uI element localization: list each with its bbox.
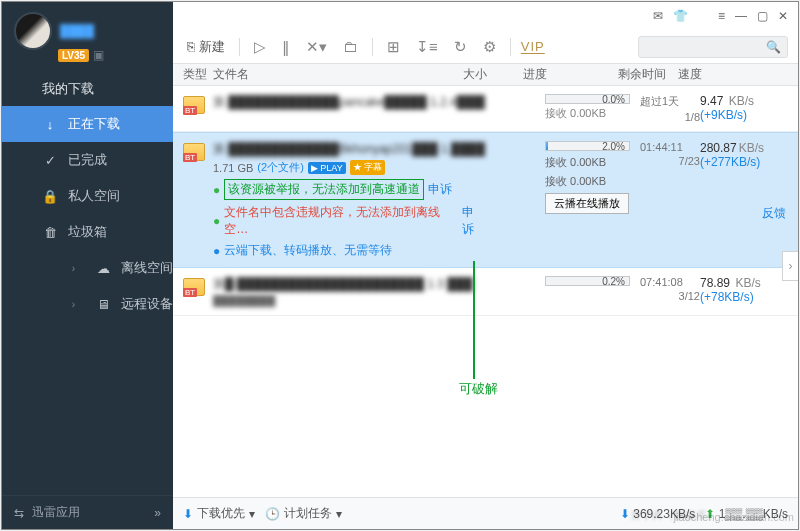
open-folder-button[interactable]: 🗀 bbox=[339, 38, 362, 55]
sidebar-item-trash[interactable]: 🗑 垃圾箱 bbox=[2, 214, 173, 250]
chevron-down-icon: ▾ bbox=[336, 507, 342, 521]
level-badge: LV35 bbox=[58, 49, 89, 62]
mail-icon[interactable]: ✉ bbox=[653, 9, 663, 23]
sidebar-item-label: 离线空间 bbox=[121, 259, 173, 277]
file-count-link[interactable]: (2个文件) bbox=[257, 160, 303, 175]
feedback-link[interactable]: 反馈 bbox=[762, 206, 786, 220]
speed-boost: (+78KB/s) bbox=[700, 290, 754, 304]
chevron-right-icon: › bbox=[72, 299, 75, 310]
sidebar-item-remote[interactable]: › 🖥 远程设备 bbox=[2, 286, 173, 322]
down-icon: ⬇ bbox=[183, 507, 193, 521]
priority-button[interactable]: ⬇ 下载优先 ▾ bbox=[183, 505, 255, 522]
close-button[interactable]: ✕ bbox=[778, 9, 788, 23]
chevron-down-icon: ▾ bbox=[249, 507, 255, 521]
pause-button[interactable]: ‖ bbox=[278, 38, 294, 56]
progress-bar: 2.0% bbox=[545, 141, 630, 151]
sort-button[interactable]: ↧≡ bbox=[412, 38, 442, 56]
column-headers: 类型 文件名 大小 进度 剩余时间 速度 bbox=[173, 64, 798, 86]
download-row[interactable]: 第█·██████████████████████ 1·3 ███ ██████… bbox=[173, 268, 798, 316]
col-name[interactable]: 文件名 bbox=[213, 66, 463, 83]
col-progress[interactable]: 进度 bbox=[523, 66, 618, 83]
time-remaining: 超过1天 bbox=[640, 94, 700, 109]
cloud-play-button[interactable]: 云播在线播放 bbox=[545, 193, 629, 214]
bt-icon bbox=[183, 96, 205, 114]
schedule-button[interactable]: 🕒 计划任务 ▾ bbox=[265, 505, 342, 522]
sidebar-item-offline[interactable]: › ☁ 离线空间 bbox=[2, 250, 173, 286]
sidebar-item-completed[interactable]: ✓ 已完成 bbox=[2, 142, 173, 178]
settings-button[interactable]: ⚙ bbox=[479, 38, 500, 56]
apps-button[interactable]: ⇆ 迅雷应用 bbox=[14, 504, 80, 521]
username: ████ bbox=[60, 24, 94, 38]
speed-value: 9.47 bbox=[700, 94, 723, 108]
recv-text: 接收 0.00KB bbox=[545, 174, 640, 189]
bt-icon bbox=[183, 278, 205, 296]
lock-icon: 🔒 bbox=[42, 189, 58, 204]
file-name: 第·█████████████pancake█████·1.2.4█████ bbox=[213, 94, 485, 111]
toolbar: ⎘ 新建 ▷ ‖ ✕▾ 🗀 ⊞ ↧≡ ↻ ⚙ VIP 🔍 bbox=[173, 30, 798, 64]
bullet-icon: ● bbox=[213, 183, 220, 197]
search-icon: 🔍 bbox=[766, 40, 781, 54]
refresh-button[interactable]: ↻ bbox=[450, 38, 471, 56]
file-count: 3/12 bbox=[640, 290, 700, 302]
time-remaining: 01:44:11 bbox=[640, 141, 700, 153]
titlebar: ✉ 👕 ≡ — ▢ ✕ bbox=[173, 2, 798, 30]
sidebar-item-private[interactable]: 🔒 私人空间 bbox=[2, 178, 173, 214]
speed-value: 280.87 bbox=[700, 141, 737, 155]
delete-button[interactable]: ✕▾ bbox=[302, 38, 331, 56]
progress-bar: 0.2% bbox=[545, 276, 630, 286]
recv-text: 接收 0.00KB bbox=[545, 155, 640, 170]
check-icon: ✓ bbox=[42, 153, 58, 168]
col-speed[interactable]: 速度 bbox=[678, 66, 798, 83]
sidebar-footer: ⇆ 迅雷应用 » bbox=[2, 495, 173, 529]
shirt-icon[interactable]: 👕 bbox=[673, 9, 688, 23]
speed-unit: KB/s bbox=[735, 276, 760, 290]
cloud-info: 云端下载、转码播放、无需等待 bbox=[224, 242, 392, 259]
sidebar-item-label: 已完成 bbox=[68, 151, 107, 169]
sidebar-item-label: 正在下载 bbox=[68, 115, 120, 133]
col-remain[interactable]: 剩余时间 bbox=[618, 66, 678, 83]
download-list: 第·█████████████pancake█████·1.2.4█████ 0… bbox=[173, 86, 798, 497]
warning-illegal: 文件名中包含违规内容，无法添加到离线空… bbox=[224, 204, 457, 238]
sidebar: ████ LV35 ▣ 我的下载 ↓ 正在下载 ✓ 已完成 🔒 私人空间 🗑 垃… bbox=[2, 2, 173, 529]
appeal-link[interactable]: 申诉 bbox=[462, 204, 485, 238]
download-row[interactable]: 第·█████████████Bkhonyap201███·1.████ 1.7… bbox=[173, 132, 798, 268]
grid-button[interactable]: ⊞ bbox=[383, 38, 404, 56]
appeal-link[interactable]: 申诉 bbox=[428, 181, 452, 198]
download-row[interactable]: 第·█████████████pancake█████·1.2.4█████ 0… bbox=[173, 86, 798, 132]
expand-panel-button[interactable]: › bbox=[782, 251, 798, 281]
sidebar-item-label: 垃圾箱 bbox=[68, 223, 107, 241]
recv-text: 接收 0.00KB bbox=[545, 106, 640, 121]
speed-value: 78.89 bbox=[700, 276, 730, 290]
bullet-icon: ● bbox=[213, 214, 220, 228]
menu-icon[interactable]: ≡ bbox=[718, 9, 725, 23]
device-icon: 🖥 bbox=[95, 297, 111, 312]
subtitle-badge[interactable]: ★ 字幕 bbox=[350, 160, 386, 175]
bt-icon bbox=[183, 143, 205, 161]
play-button[interactable]: ▷ bbox=[250, 38, 270, 56]
watermark: jiaocheng.chazidian.com bbox=[674, 511, 794, 523]
col-size[interactable]: 大小 bbox=[463, 66, 523, 83]
new-icon: ⎘ bbox=[187, 39, 195, 54]
search-input[interactable]: 🔍 bbox=[638, 36, 788, 58]
warning-reported: 该资源被举报，无法添加到高速通道 bbox=[224, 179, 424, 200]
col-type[interactable]: 类型 bbox=[173, 66, 213, 83]
file-count: 7/23 bbox=[640, 155, 700, 167]
vip-button[interactable]: VIP bbox=[521, 39, 545, 54]
main-panel: ✉ 👕 ≡ — ▢ ✕ ⎘ 新建 ▷ ‖ ✕▾ 🗀 ⊞ ↧≡ ↻ ⚙ VIP bbox=[173, 2, 798, 529]
expand-icon[interactable]: » bbox=[154, 506, 161, 520]
speed-boost: (+277KB/s) bbox=[700, 155, 760, 169]
maximize-button[interactable]: ▢ bbox=[757, 9, 768, 23]
sidebar-item-downloading[interactable]: ↓ 正在下载 bbox=[2, 106, 173, 142]
time-remaining: 07:41:08 bbox=[640, 276, 700, 288]
file-count: 1/8 bbox=[640, 111, 700, 123]
bullet-icon: ● bbox=[213, 244, 220, 258]
new-button[interactable]: ⎘ 新建 bbox=[183, 38, 229, 56]
play-badge[interactable]: ▶ PLAY bbox=[308, 162, 346, 174]
trash-icon: 🗑 bbox=[42, 225, 58, 240]
annotation-text: 可破解 bbox=[459, 380, 498, 398]
minimize-button[interactable]: — bbox=[735, 9, 747, 23]
sidebar-item-label: 私人空间 bbox=[68, 187, 120, 205]
file-name: 第█·██████████████████████ 1·3 ███ bbox=[213, 276, 485, 293]
download-icon: ↓ bbox=[42, 117, 58, 132]
avatar[interactable] bbox=[14, 12, 52, 50]
